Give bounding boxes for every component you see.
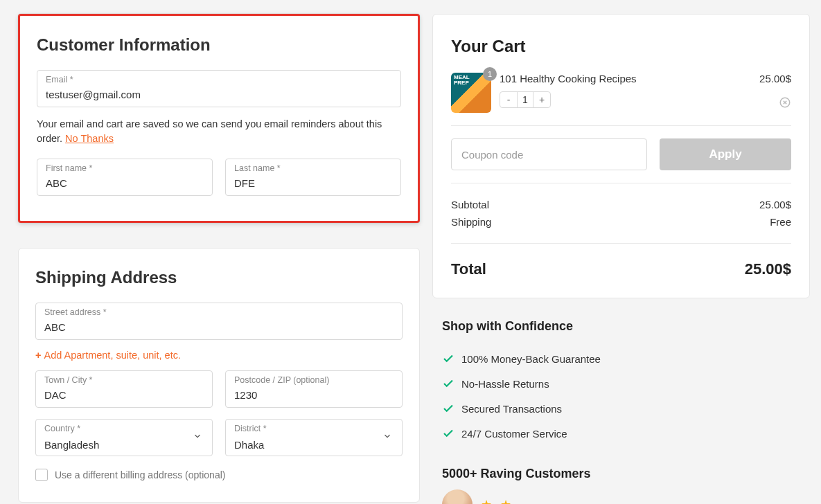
shop-confidence-section: Shop with Confidence 100% Money-Back Gua… <box>432 298 810 446</box>
email-field[interactable] <box>44 71 394 107</box>
shipping-address-panel: Shipping Address Street address * + Add … <box>18 248 420 503</box>
qty-value: 1 <box>517 92 533 107</box>
cart-panel: Your Cart MEAL PREP 1 101 Healthy Cookin… <box>432 14 810 298</box>
qty-increment-button[interactable]: + <box>533 92 550 107</box>
customers-heading: 5000+ Raving Customers <box>432 467 810 481</box>
add-apartment-button[interactable]: + Add Apartment, suite, unit, etc. <box>35 350 403 361</box>
shipping-heading: Shipping Address <box>35 268 403 287</box>
email-field-wrap: Email * <box>37 70 401 107</box>
cart-item-row: MEAL PREP 1 101 Healthy Cooking Recipes … <box>451 73 791 113</box>
postcode-label: Postcode / ZIP (optional) <box>234 375 329 385</box>
last-name-label: Last name * <box>234 163 281 173</box>
check-icon <box>442 402 454 415</box>
cart-heading: Your Cart <box>451 37 791 56</box>
shipping-value: Free <box>770 216 791 228</box>
remove-item-button[interactable] <box>779 96 791 109</box>
confidence-heading: Shop with Confidence <box>442 319 800 334</box>
star-icon: ★ <box>500 498 511 504</box>
email-label: Email * <box>46 75 73 84</box>
no-thanks-link[interactable]: No Thanks <box>65 133 114 144</box>
street-label: Street address * <box>44 307 107 317</box>
different-billing-checkbox[interactable] <box>35 469 48 481</box>
customers-section: 5000+ Raving Customers ★ ★ <box>432 467 810 504</box>
city-field-wrap: Town / City * <box>35 370 213 408</box>
district-label: District * <box>234 424 267 433</box>
district-value: Dhaka <box>234 439 264 451</box>
subtotal-value: 25.00$ <box>759 199 791 210</box>
customer-information-panel: Customer Information Email * Your email … <box>18 14 420 223</box>
confidence-item: 24/7 Customer Service <box>442 421 800 446</box>
plus-icon: + <box>35 350 41 361</box>
check-icon <box>442 352 454 365</box>
chevron-down-icon <box>193 431 202 444</box>
first-name-label: First name * <box>46 163 92 173</box>
customer-info-heading: Customer Information <box>37 35 401 55</box>
confidence-item-label: No-Hassle Returns <box>461 378 549 390</box>
chevron-down-icon <box>382 431 392 444</box>
check-icon <box>442 377 454 390</box>
postcode-field-wrap: Postcode / ZIP (optional) <box>225 370 403 408</box>
confidence-item-label: Secured Transactions <box>461 403 562 415</box>
coupon-code-input[interactable] <box>451 138 647 170</box>
quantity-stepper: - 1 + <box>500 91 551 108</box>
street-field-wrap: Street address * <box>35 303 403 340</box>
check-icon <box>442 427 454 440</box>
qty-decrement-button[interactable]: - <box>500 92 517 107</box>
cart-item-name: 101 Healthy Cooking Recipes <box>500 73 759 84</box>
subtotal-label: Subtotal <box>451 199 489 210</box>
avatar <box>442 489 473 504</box>
confidence-item: 100% Money-Back Guarantee <box>442 346 800 371</box>
city-label: Town / City * <box>44 375 92 385</box>
total-value: 25.00$ <box>745 260 791 278</box>
cart-item-price: 25.00$ <box>759 73 791 84</box>
country-value: Bangladesh <box>44 439 99 451</box>
email-reminder-note: Your email and cart are saved so we can … <box>37 117 401 146</box>
last-name-field-wrap: Last name * <box>225 159 401 196</box>
district-select[interactable]: District * Dhaka <box>225 419 403 456</box>
apply-coupon-button[interactable]: Apply <box>660 138 791 170</box>
cart-item-qty-badge: 1 <box>483 67 497 81</box>
star-icon: ★ <box>481 498 492 504</box>
total-label: Total <box>451 260 486 278</box>
country-select[interactable]: Country * Bangladesh <box>35 419 213 456</box>
confidence-item: No-Hassle Returns <box>442 371 800 396</box>
confidence-item-label: 24/7 Customer Service <box>461 428 567 440</box>
country-label: Country * <box>44 424 80 433</box>
shipping-label: Shipping <box>451 216 491 228</box>
first-name-field-wrap: First name * <box>37 159 213 196</box>
confidence-item: Secured Transactions <box>442 396 800 421</box>
add-apartment-label: Add Apartment, suite, unit, etc. <box>44 350 180 361</box>
different-billing-label: Use a different billing address (optiona… <box>55 469 225 480</box>
confidence-item-label: 100% Money-Back Guarantee <box>461 353 601 365</box>
